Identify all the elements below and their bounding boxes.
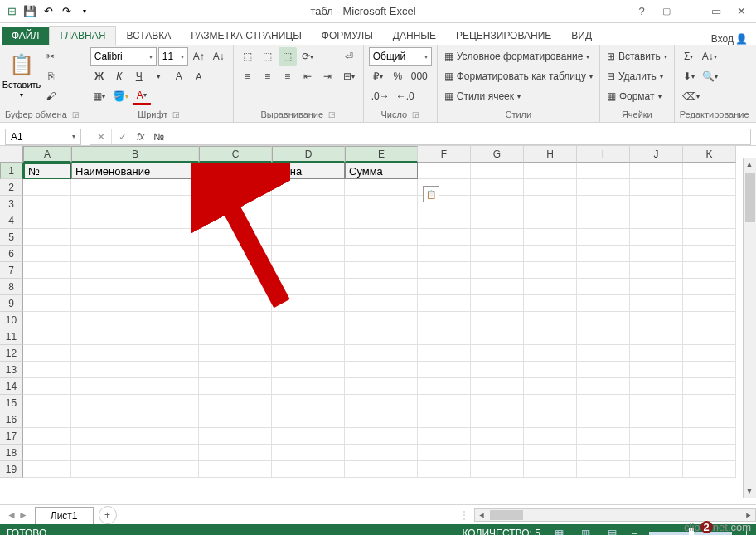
column-header[interactable]: H [524, 146, 577, 163]
row-header[interactable]: 19 [0, 461, 23, 478]
cell[interactable] [71, 378, 199, 395]
cell[interactable] [418, 279, 471, 295]
cell[interactable] [630, 428, 683, 445]
cell[interactable] [577, 445, 630, 461]
cell[interactable] [272, 179, 345, 196]
cell[interactable] [524, 461, 577, 478]
cell[interactable] [199, 378, 272, 395]
cell[interactable] [524, 362, 577, 378]
cell[interactable] [71, 246, 199, 262]
minimize-button[interactable]: — [680, 3, 703, 20]
cell[interactable] [577, 428, 630, 445]
cell[interactable] [272, 362, 345, 378]
insert-cells-button[interactable]: ⊞ Вставить ▾ [605, 47, 669, 66]
cell[interactable] [577, 179, 630, 196]
cell[interactable] [524, 212, 577, 229]
cell[interactable] [630, 262, 683, 279]
cell[interactable] [577, 229, 630, 246]
column-header[interactable]: I [577, 146, 630, 163]
cell[interactable] [524, 279, 577, 295]
row-header[interactable]: 10 [0, 312, 23, 328]
sheet-nav-prev-icon[interactable]: ◄ [7, 509, 17, 521]
cell[interactable] [577, 246, 630, 262]
enter-icon[interactable]: ✓ [112, 129, 133, 144]
excel-icon[interactable]: ⊞ [3, 3, 20, 20]
scroll-thumb[interactable] [490, 510, 523, 520]
cell[interactable] [577, 279, 630, 295]
cell[interactable] [683, 246, 736, 262]
cell[interactable] [683, 345, 736, 362]
cell[interactable] [71, 411, 199, 428]
launcher-icon[interactable]: ◲ [412, 110, 419, 119]
cell[interactable] [199, 179, 272, 196]
row-header[interactable]: 14 [0, 378, 23, 395]
format-cells-button[interactable]: ▦ Формат ▾ [605, 87, 669, 105]
font-shrink-icon[interactable]: A [190, 67, 208, 85]
column-header[interactable]: G [471, 146, 524, 163]
cell[interactable] [630, 461, 683, 478]
cell[interactable] [71, 362, 199, 378]
cell[interactable] [23, 328, 71, 345]
tab-pagelayout[interactable]: РАЗМЕТКА СТРАНИЦЫ [181, 27, 312, 45]
orientation-icon[interactable]: ⟳▾ [298, 47, 317, 66]
undo-icon[interactable]: ↶ [40, 3, 56, 20]
column-header[interactable]: F [418, 146, 471, 163]
scroll-up-icon[interactable]: ▲ [744, 158, 755, 171]
cell[interactable] [630, 411, 683, 428]
cell[interactable] [683, 428, 736, 445]
view-pagebreak-icon[interactable]: ▤ [605, 527, 620, 535]
cell[interactable] [345, 312, 418, 328]
paste-button[interactable]: 📋 Вставить ▾ [5, 47, 38, 102]
copy-button[interactable]: ⎘ [41, 67, 60, 85]
cell[interactable] [272, 212, 345, 229]
cell[interactable] [272, 428, 345, 445]
cell[interactable] [272, 328, 345, 345]
save-icon[interactable]: 💾 [22, 3, 38, 20]
scroll-down-icon[interactable]: ▼ [744, 484, 755, 498]
cell[interactable] [630, 246, 683, 262]
cell[interactable] [418, 345, 471, 362]
cell[interactable] [577, 163, 630, 179]
cell[interactable] [577, 411, 630, 428]
view-pagelayout-icon[interactable]: ▥ [579, 527, 594, 535]
cell[interactable] [471, 328, 524, 345]
row-header[interactable]: 17 [0, 428, 23, 445]
cell[interactable] [23, 212, 71, 229]
sheet-nav-next-icon[interactable]: ► [18, 509, 28, 521]
cell[interactable] [471, 246, 524, 262]
align-middle-icon[interactable]: ⬚ [259, 47, 277, 66]
bold-button[interactable]: Ж [90, 67, 109, 85]
cell[interactable] [199, 328, 272, 345]
cell[interactable] [418, 163, 471, 179]
close-button[interactable]: ✕ [729, 3, 753, 20]
cell[interactable] [683, 279, 736, 295]
tab-data[interactable]: ДАННЫЕ [383, 27, 446, 45]
cell[interactable] [577, 345, 630, 362]
cell[interactable] [683, 179, 736, 196]
cell[interactable] [683, 229, 736, 246]
cell[interactable] [524, 328, 577, 345]
cell[interactable] [23, 279, 71, 295]
align-center-icon[interactable]: ≡ [259, 67, 277, 85]
row-header[interactable]: 7 [0, 262, 23, 279]
cell[interactable] [471, 295, 524, 312]
tab-view[interactable]: ВИД [561, 27, 602, 45]
cell[interactable] [272, 196, 345, 212]
cell[interactable] [23, 246, 71, 262]
cell[interactable] [418, 395, 471, 411]
format-as-table-button[interactable]: ▦ Форматировать как таблицу ▾ [443, 67, 594, 85]
cell[interactable] [524, 428, 577, 445]
cell[interactable] [418, 246, 471, 262]
cell[interactable] [23, 411, 71, 428]
sign-in[interactable]: Вход👤 [711, 33, 756, 45]
cell[interactable] [71, 461, 199, 478]
cell[interactable] [418, 212, 471, 229]
cell[interactable] [345, 345, 418, 362]
cell[interactable] [345, 262, 418, 279]
cell[interactable] [345, 428, 418, 445]
cell[interactable] [524, 163, 577, 179]
cell[interactable] [471, 279, 524, 295]
cell[interactable] [418, 461, 471, 478]
cell[interactable] [199, 461, 272, 478]
cell[interactable] [199, 362, 272, 378]
